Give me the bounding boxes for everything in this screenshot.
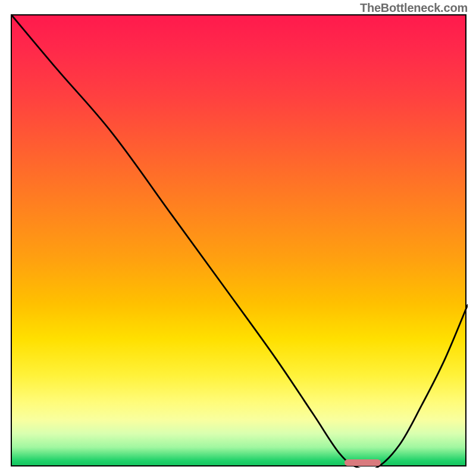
plot-area xyxy=(11,14,466,466)
curve-svg xyxy=(12,15,468,468)
optimal-marker xyxy=(345,459,381,466)
watermark-text: TheBottleneck.com xyxy=(360,1,468,15)
bottleneck-curve-path xyxy=(12,15,468,468)
bottleneck-chart: TheBottleneck.com xyxy=(0,0,476,476)
